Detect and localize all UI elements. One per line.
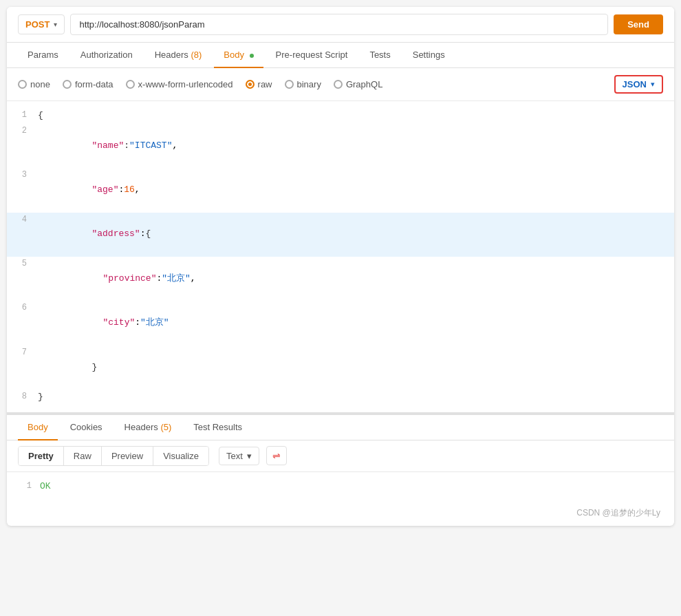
radio-raw[interactable]: raw: [246, 79, 272, 89]
line-num-1: 1: [7, 109, 38, 122]
line-content-8: }: [38, 390, 674, 405]
line-content-2: "name":"ITCAST",: [38, 125, 674, 167]
format-group: Pretty Raw Preview Visualize: [18, 446, 209, 466]
line-num-4: 4: [7, 213, 38, 226]
radio-circle-urlencoded: [126, 80, 135, 89]
format-raw-button[interactable]: Raw: [64, 447, 102, 465]
resp-ok-value: OK: [40, 481, 51, 491]
code-editor[interactable]: 1 { 2 "name":"ITCAST", 3 "age":16, 4 "ad…: [7, 101, 674, 413]
code-line-4: 4 "address":{: [7, 213, 674, 257]
resp-tab-headers[interactable]: Headers (5): [115, 415, 182, 440]
line-num-8: 8: [7, 390, 38, 403]
tab-headers[interactable]: Headers (8): [145, 43, 212, 68]
line-content-7: }: [38, 346, 674, 389]
response-tabs: Body Cookies Headers (5) Test Results: [7, 415, 674, 440]
line-content-4: "address":{: [38, 213, 674, 256]
send-button[interactable]: Send: [614, 14, 663, 34]
body-active-dot: [250, 54, 254, 58]
line-num-5: 5: [7, 257, 38, 270]
response-body: 1 OK: [7, 472, 674, 500]
radio-x-www-form-urlencoded[interactable]: x-www-form-urlencoded: [126, 79, 233, 89]
body-options-row: none form-data x-www-form-urlencoded raw…: [7, 68, 674, 101]
line-content-1: {: [38, 109, 674, 123]
radio-graphql[interactable]: GraphQL: [334, 79, 382, 89]
tab-authorization[interactable]: Authorization: [71, 43, 142, 68]
code-line-3: 3 "age":16,: [7, 168, 674, 212]
response-section: Body Cookies Headers (5) Test Results Pr…: [7, 413, 674, 500]
resp-tab-body[interactable]: Body: [18, 415, 58, 440]
code-line-6: 6 "city":"北京": [7, 301, 674, 345]
text-selector-label: Text: [226, 451, 243, 461]
wrap-button[interactable]: ⇌: [266, 446, 287, 465]
line-num-6: 6: [7, 301, 38, 315]
resp-tab-cookies[interactable]: Cookies: [61, 415, 112, 440]
response-line-1: 1 OK: [18, 480, 663, 492]
line-num-7: 7: [7, 346, 38, 359]
radio-circle-none: [18, 80, 27, 89]
radio-none[interactable]: none: [18, 79, 50, 89]
line-content-3: "age":16,: [38, 169, 674, 211]
code-line-2: 2 "name":"ITCAST",: [7, 124, 674, 168]
code-line-7: 7 }: [7, 346, 674, 390]
tab-pre-request-script[interactable]: Pre-request Script: [266, 43, 358, 68]
method-chevron-icon: ▾: [54, 21, 57, 28]
code-line-8: 8 }: [7, 390, 674, 405]
response-toolbar: Pretty Raw Preview Visualize Text ▾ ⇌: [7, 440, 674, 472]
text-selector-chevron-icon: ▾: [247, 451, 252, 461]
url-input[interactable]: [70, 14, 608, 35]
radio-circle-raw: [246, 80, 255, 89]
format-pretty-button[interactable]: Pretty: [19, 447, 64, 465]
request-tabs: Params Authorization Headers (8) Body Pr…: [7, 43, 674, 68]
method-selector[interactable]: POST ▾: [18, 14, 65, 34]
footer: CSDN @追梦的少年Ly: [7, 500, 674, 526]
method-label: POST: [25, 19, 50, 30]
tab-params[interactable]: Params: [18, 43, 68, 68]
line-content-6: "city":"北京": [38, 301, 674, 344]
line-content-5: "province":"北京",: [38, 257, 674, 300]
text-type-selector[interactable]: Text ▾: [219, 447, 259, 465]
radio-form-data[interactable]: form-data: [63, 79, 114, 89]
resp-tab-test-results[interactable]: Test Results: [184, 415, 252, 440]
tab-settings[interactable]: Settings: [403, 43, 455, 68]
radio-circle-binary: [285, 80, 294, 89]
code-line-5: 5 "province":"北京",: [7, 257, 674, 301]
postman-window: POST ▾ Send Params Authorization Headers…: [7, 7, 674, 526]
line-num-3: 3: [7, 169, 38, 182]
radio-circle-form-data: [63, 80, 72, 89]
code-line-1: 1 {: [7, 108, 674, 124]
footer-text: CSDN @追梦的少年Ly: [576, 508, 660, 518]
tab-tests[interactable]: Tests: [360, 43, 400, 68]
format-preview-button[interactable]: Preview: [102, 447, 153, 465]
line-num-2: 2: [7, 125, 38, 138]
json-type-selector[interactable]: JSON ▾: [614, 75, 663, 94]
url-bar: POST ▾ Send: [7, 7, 674, 43]
resp-line-num-1: 1: [18, 481, 32, 491]
json-selector-chevron-icon: ▾: [651, 80, 655, 89]
format-visualize-button[interactable]: Visualize: [153, 447, 208, 465]
tab-body[interactable]: Body: [214, 43, 263, 68]
json-selector-label: JSON: [623, 79, 647, 89]
radio-circle-graphql: [334, 80, 343, 89]
radio-binary[interactable]: binary: [285, 79, 321, 89]
